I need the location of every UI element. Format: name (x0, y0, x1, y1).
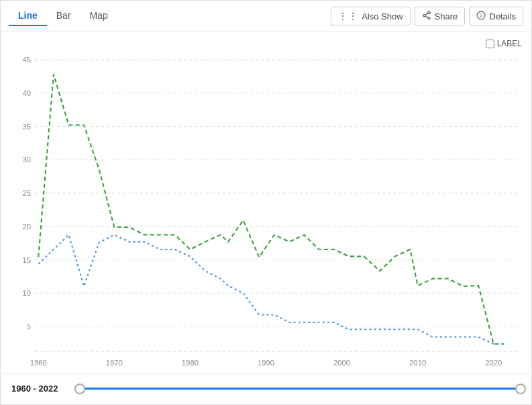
tab-map[interactable]: Map (81, 6, 117, 26)
svg-text:2010: 2010 (409, 359, 426, 367)
tab-line[interactable]: Line (9, 6, 47, 26)
share-icon (422, 11, 431, 22)
range-slider[interactable] (80, 382, 521, 396)
svg-text:30: 30 (22, 156, 31, 164)
header: Line Bar Map ⋮⋮ Also Show Share (1, 1, 531, 32)
info-icon (476, 11, 486, 22)
tab-bar[interactable]: Bar (47, 6, 81, 26)
svg-text:1960: 1960 (30, 359, 47, 367)
blue-line (38, 235, 504, 344)
header-actions: ⋮⋮ Also Show Share Details (331, 7, 523, 26)
line-chart: 45 40 35 30 25 20 15 10 5 1960 1970 1980… (7, 39, 525, 372)
label-checkbox-label: LABEL (497, 39, 522, 48)
svg-text:10: 10 (22, 289, 31, 297)
tab-bar: Line Bar Map (9, 6, 117, 26)
chart-area: LABEL 45 40 35 30 25 20 15 10 5 (1, 32, 531, 372)
label-checkbox-input[interactable] (486, 40, 494, 48)
svg-text:45: 45 (22, 56, 31, 64)
svg-line-4 (425, 13, 428, 14)
dots-icon: ⋮⋮ (338, 11, 358, 21)
svg-line-3 (425, 15, 428, 17)
svg-text:1980: 1980 (182, 359, 199, 367)
details-button[interactable]: Details (469, 7, 523, 26)
svg-text:20: 20 (22, 223, 31, 231)
svg-text:15: 15 (22, 256, 31, 264)
svg-text:2020: 2020 (485, 359, 502, 367)
svg-text:25: 25 (22, 189, 31, 197)
range-handle-right[interactable] (515, 384, 526, 394)
range-track (80, 388, 521, 390)
svg-text:35: 35 (22, 123, 31, 131)
svg-text:1970: 1970 (106, 359, 123, 367)
also-show-button[interactable]: ⋮⋮ Also Show (331, 7, 410, 25)
svg-text:2000: 2000 (333, 359, 350, 367)
footer: 1960 - 2022 (1, 373, 531, 404)
details-label: Details (489, 11, 516, 21)
label-toggle[interactable]: LABEL (486, 39, 522, 48)
range-label: 1960 - 2022 (11, 384, 72, 394)
share-label: Share (435, 11, 458, 21)
svg-text:1990: 1990 (258, 359, 274, 367)
svg-text:5: 5 (27, 323, 31, 331)
share-button[interactable]: Share (415, 7, 466, 26)
green-line (38, 74, 504, 344)
range-handle-left[interactable] (74, 384, 85, 394)
svg-text:40: 40 (22, 89, 31, 97)
also-show-label: Also Show (362, 11, 403, 21)
app-container: Line Bar Map ⋮⋮ Also Show Share (0, 0, 532, 405)
